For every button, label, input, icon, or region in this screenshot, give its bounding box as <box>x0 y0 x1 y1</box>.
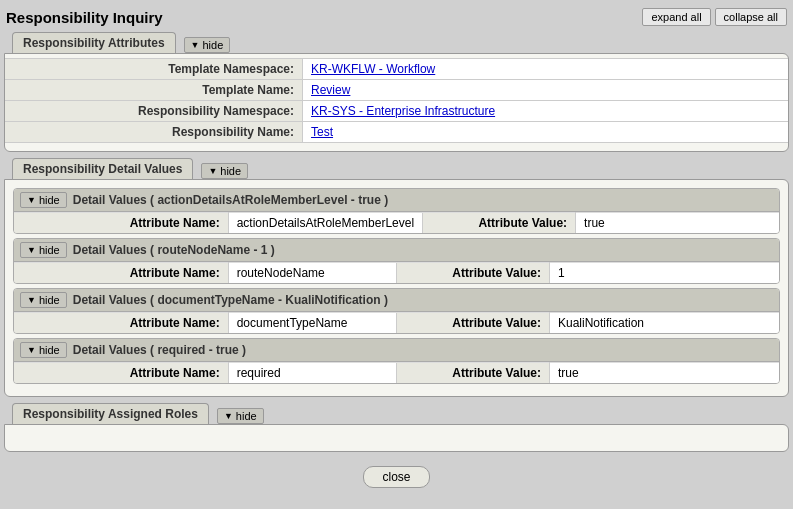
attr-name-value-1: routeNodeName <box>228 263 396 284</box>
table-row: Attribute Name: routeNodeName Attribute … <box>14 263 779 284</box>
detail-group-3-hide-button[interactable]: hide <box>20 342 67 358</box>
detail-group-2-table: Attribute Name: documentTypeName Attribu… <box>14 312 779 333</box>
template-name-label: Template Name: <box>5 80 303 101</box>
attr-value-label-3: Attribute Value: <box>396 363 549 384</box>
collapse-all-button[interactable]: collapse all <box>715 8 787 26</box>
responsibility-namespace-link[interactable]: KR-SYS - Enterprise Infrastructure <box>311 104 495 118</box>
template-namespace-label: Template Namespace: <box>5 59 303 80</box>
attr-name-label-0: Attribute Name: <box>14 213 228 234</box>
attr-value-label-0: Attribute Value: <box>423 213 576 234</box>
responsibility-namespace-label: Responsibility Namespace: <box>5 101 303 122</box>
detail-header-2: hide Detail Values ( documentTypeName - … <box>14 289 779 312</box>
tab-row-roles: Responsibility Assigned Roles hide <box>4 403 789 424</box>
responsibility-name-value: Test <box>303 122 788 143</box>
responsibility-name-link[interactable]: Test <box>311 125 333 139</box>
responsibility-attributes-hide-button[interactable]: hide <box>184 37 231 53</box>
responsibility-namespace-value: KR-SYS - Enterprise Infrastructure <box>303 101 788 122</box>
template-namespace-link[interactable]: KR-WKFLW - Workflow <box>311 62 435 76</box>
attr-value-value-2: KualiNotification <box>549 313 779 334</box>
detail-group-2-hide-button[interactable]: hide <box>20 292 67 308</box>
attr-value-value-0: true <box>576 213 779 234</box>
template-namespace-value: KR-WKFLW - Workflow <box>303 59 788 80</box>
detail-header-0: hide Detail Values ( actionDetailsAtRole… <box>14 189 779 212</box>
table-row: Template Namespace: KR-WKFLW - Workflow <box>5 59 788 80</box>
responsibility-detail-body: hide Detail Values ( actionDetailsAtRole… <box>4 179 789 397</box>
detail-group-1-title: Detail Values ( routeNodeName - 1 ) <box>73 243 275 257</box>
responsibility-attributes-body: Template Namespace: KR-WKFLW - Workflow … <box>4 53 789 152</box>
table-row: Attribute Name: actionDetailsAtRoleMembe… <box>14 213 779 234</box>
responsibility-name-label: Responsibility Name: <box>5 122 303 143</box>
table-row: Template Name: Review <box>5 80 788 101</box>
tab-row-detail: Responsibility Detail Values hide <box>4 158 789 179</box>
responsibility-attributes-panel: Responsibility Attributes hide Template … <box>4 32 789 152</box>
attr-name-label-2: Attribute Name: <box>14 313 228 334</box>
responsibility-attributes-tab: Responsibility Attributes <box>12 32 176 53</box>
detail-group-1-hide-button[interactable]: hide <box>20 242 67 258</box>
responsibility-roles-body <box>4 424 789 452</box>
tab-row-attributes: Responsibility Attributes hide <box>4 32 789 53</box>
template-name-value: Review <box>303 80 788 101</box>
detail-group-0-table: Attribute Name: actionDetailsAtRoleMembe… <box>14 212 779 233</box>
responsibility-assigned-roles-panel: Responsibility Assigned Roles hide <box>4 403 789 452</box>
table-row: Responsibility Name: Test <box>5 122 788 143</box>
template-name-link[interactable]: Review <box>311 83 350 97</box>
detail-group-0-hide-button[interactable]: hide <box>20 192 67 208</box>
detail-group-0-title: Detail Values ( actionDetailsAtRoleMembe… <box>73 193 388 207</box>
detail-group-3-table: Attribute Name: required Attribute Value… <box>14 362 779 383</box>
table-row: Responsibility Namespace: KR-SYS - Enter… <box>5 101 788 122</box>
detail-group-3-title: Detail Values ( required - true ) <box>73 343 246 357</box>
header-buttons: expand all collapse all <box>642 8 787 26</box>
attr-name-value-0: actionDetailsAtRoleMemberLevel <box>228 213 422 234</box>
expand-all-button[interactable]: expand all <box>642 8 710 26</box>
detail-group-3: hide Detail Values ( required - true ) A… <box>13 338 780 384</box>
responsibility-roles-hide-button[interactable]: hide <box>217 408 264 424</box>
detail-group-0: hide Detail Values ( actionDetailsAtRole… <box>13 188 780 234</box>
attr-value-label-2: Attribute Value: <box>396 313 549 334</box>
attr-name-value-3: required <box>228 363 396 384</box>
close-button[interactable]: close <box>363 466 429 488</box>
detail-group-1: hide Detail Values ( routeNodeName - 1 )… <box>13 238 780 284</box>
attr-name-label-3: Attribute Name: <box>14 363 228 384</box>
attr-value-label-1: Attribute Value: <box>396 263 549 284</box>
responsibility-detail-hide-button[interactable]: hide <box>201 163 248 179</box>
close-button-row: close <box>4 458 789 496</box>
detail-group-2-title: Detail Values ( documentTypeName - Kuali… <box>73 293 388 307</box>
page-header: Responsibility Inquiry expand all collap… <box>4 4 789 32</box>
detail-header-3: hide Detail Values ( required - true ) <box>14 339 779 362</box>
responsibility-detail-tab: Responsibility Detail Values <box>12 158 193 179</box>
page-wrapper: Responsibility Inquiry expand all collap… <box>0 0 793 500</box>
attr-name-value-2: documentTypeName <box>228 313 396 334</box>
detail-group-1-table: Attribute Name: routeNodeName Attribute … <box>14 262 779 283</box>
attr-value-value-3: true <box>549 363 779 384</box>
attr-name-label-1: Attribute Name: <box>14 263 228 284</box>
table-row: Attribute Name: documentTypeName Attribu… <box>14 313 779 334</box>
responsibility-roles-tab: Responsibility Assigned Roles <box>12 403 209 424</box>
detail-header-1: hide Detail Values ( routeNodeName - 1 ) <box>14 239 779 262</box>
detail-group-2: hide Detail Values ( documentTypeName - … <box>13 288 780 334</box>
page-title: Responsibility Inquiry <box>6 9 163 26</box>
attr-value-value-1: 1 <box>549 263 779 284</box>
responsibility-attributes-table: Template Namespace: KR-WKFLW - Workflow … <box>5 58 788 143</box>
table-row: Attribute Name: required Attribute Value… <box>14 363 779 384</box>
responsibility-detail-values-panel: Responsibility Detail Values hide hide D… <box>4 158 789 397</box>
